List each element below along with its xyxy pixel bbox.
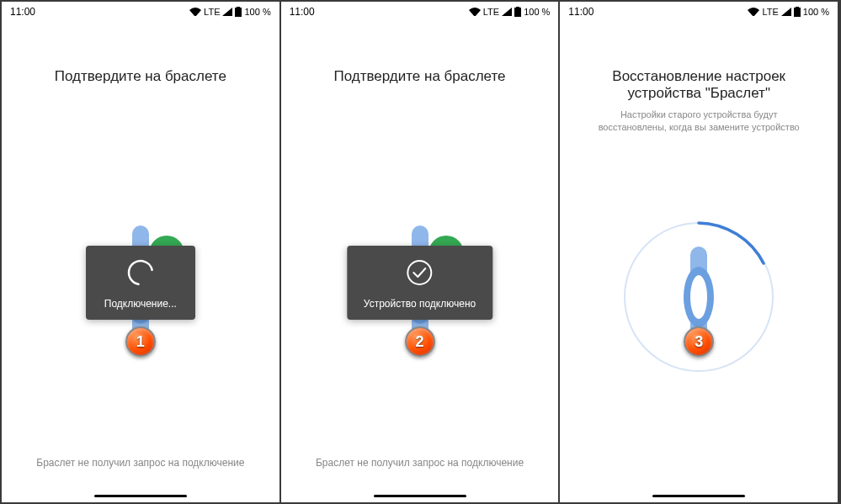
battery-icon [794, 7, 801, 17]
nav-handle[interactable] [94, 495, 187, 497]
svg-rect-13 [796, 7, 799, 8]
status-bar: 11:00 LTE 100 % [560, 2, 838, 22]
graphic-area [577, 93, 821, 502]
toast-text: Устройство подключено [364, 298, 476, 310]
phone-screen-2: 11:00 LTE 100 % Подтвердите на браслете [281, 2, 561, 502]
status-right: LTE 100 % [748, 7, 829, 17]
network-label: LTE [204, 7, 220, 17]
nav-handle[interactable] [374, 495, 466, 497]
check-circle-icon [405, 257, 435, 291]
svg-rect-6 [514, 8, 521, 17]
svg-rect-1 [237, 7, 240, 8]
phone-screen-1: 11:00 LTE 100 % Подтвердите на браслете [2, 2, 281, 502]
status-right: LTE 100 % [189, 7, 271, 17]
battery-label: 100 % [524, 7, 550, 17]
svg-rect-12 [794, 8, 801, 17]
footer-link[interactable]: Браслет не получил запрос на подключение [281, 457, 559, 469]
svg-rect-7 [516, 7, 519, 8]
svg-rect-0 [235, 8, 242, 17]
connected-toast: Устройство подключено [347, 246, 492, 320]
wifi-icon [748, 8, 759, 16]
status-time: 11:00 [290, 6, 315, 18]
step-marker-2: 2 [405, 326, 435, 357]
battery-label: 100 % [803, 7, 829, 17]
network-label: LTE [762, 7, 778, 17]
battery-icon [235, 7, 242, 17]
step-marker-1: 1 [125, 326, 156, 357]
status-bar: 11:00 LTE 100 % [281, 2, 559, 22]
footer-link[interactable]: Браслет не получил запрос на подключение [2, 457, 279, 469]
battery-label: 100 % [244, 7, 270, 17]
status-bar: 11:00 LTE 100 % [2, 2, 279, 22]
nav-handle[interactable] [652, 495, 745, 497]
network-label: LTE [483, 7, 499, 17]
phone-screen-3: 11:00 LTE 100 % Восстановление настроек … [560, 2, 839, 502]
connecting-toast: Подключение... [86, 246, 195, 320]
svg-point-11 [408, 261, 432, 284]
status-time: 11:00 [568, 6, 593, 18]
battery-icon [514, 7, 521, 17]
wifi-icon [469, 8, 481, 16]
step-marker-3: 3 [684, 326, 714, 357]
toast-text: Подключение... [104, 298, 177, 310]
status-time: 11:00 [10, 6, 35, 18]
wifi-icon [189, 8, 201, 16]
spinner-icon [125, 257, 156, 291]
signal-icon [222, 8, 232, 16]
content-area: Восстановление настроек устройства "Брас… [560, 22, 838, 502]
status-right: LTE 100 % [469, 7, 551, 17]
svg-point-5 [127, 259, 154, 286]
svg-point-17 [690, 275, 707, 319]
signal-icon [781, 8, 791, 16]
signal-icon [502, 8, 512, 16]
